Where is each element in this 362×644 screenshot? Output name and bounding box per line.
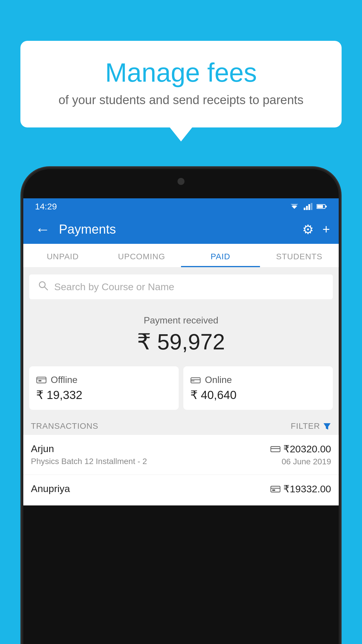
filter-button[interactable]: FILTER (291, 421, 331, 431)
transaction-left: Arjun Physics Batch 12 Installment - 2 (31, 443, 147, 466)
svg-rect-5 (311, 203, 312, 210)
tab-unpaid[interactable]: UNPAID (23, 244, 102, 267)
amount-value: ₹19332.00 (283, 483, 331, 495)
search-icon (38, 280, 48, 293)
transaction-right: ₹19332.00 (270, 483, 331, 497)
payment-cards: Offline ₹ 19,332 Online ₹ 40,640 (23, 360, 339, 416)
payment-summary: Payment received ₹ 59,972 (23, 306, 339, 360)
transactions-header: TRANSACTIONS FILTER (23, 416, 339, 435)
status-bar: 14:29 (23, 198, 339, 215)
add-button[interactable]: + (322, 222, 330, 237)
offline-card-header: Offline (36, 374, 172, 385)
app-bar: ← Payments ⚙ + (23, 215, 339, 244)
online-card: Online ₹ 40,640 (183, 366, 333, 410)
online-label: Online (205, 374, 232, 385)
signal-icon (304, 203, 312, 210)
offline-icon (36, 376, 47, 384)
phone-top (23, 169, 339, 198)
svg-rect-20 (271, 486, 280, 492)
offline-label: Offline (51, 374, 78, 385)
tab-students[interactable]: STUDENTS (260, 244, 339, 267)
svg-rect-7 (317, 205, 323, 208)
svg-rect-4 (308, 204, 310, 210)
svg-marker-17 (324, 423, 331, 430)
offline-payment-icon (270, 485, 280, 493)
svg-rect-14 (191, 378, 200, 383)
filter-icon (323, 422, 331, 430)
search-placeholder: Search by Course or Name (54, 281, 174, 293)
status-time: 14:29 (35, 202, 57, 211)
tabs-bar: UNPAID UPCOMING PAID STUDENTS (23, 244, 339, 267)
table-row[interactable]: Anupriya ₹19332.00 (23, 475, 339, 505)
transaction-desc: Physics Batch 12 Installment - 2 (31, 457, 147, 466)
bubble-subtitle: of your students and send receipts to pa… (44, 93, 318, 107)
speech-bubble-container: Manage fees of your students and send re… (20, 41, 342, 127)
transactions-list: Arjun Physics Batch 12 Installment - 2 ₹… (23, 435, 339, 505)
payment-amount: ₹ 59,972 (29, 329, 333, 355)
transaction-date: 06 June 2019 (270, 457, 331, 466)
online-amount: ₹ 40,640 (190, 388, 326, 402)
offline-amount: ₹ 19,332 (36, 388, 172, 402)
bubble-title: Manage fees (44, 58, 318, 87)
status-icons (289, 203, 327, 210)
tab-paid[interactable]: PAID (181, 244, 260, 267)
transaction-right: ₹20320.00 06 June 2019 (270, 443, 331, 466)
svg-rect-3 (306, 206, 308, 210)
payment-label: Payment received (29, 315, 333, 326)
search-bar[interactable]: Search by Course or Name (29, 274, 333, 299)
svg-line-10 (45, 287, 48, 290)
transaction-left: Anupriya (31, 483, 70, 497)
speech-bubble: Manage fees of your students and send re… (20, 41, 342, 127)
app-title: Payments (59, 222, 296, 237)
svg-rect-22 (272, 489, 275, 491)
wifi-icon (289, 203, 300, 210)
online-icon (190, 376, 201, 384)
back-button[interactable]: ← (32, 218, 53, 241)
amount-value: ₹20320.00 (283, 443, 331, 455)
phone-camera (178, 178, 184, 185)
settings-button[interactable]: ⚙ (302, 222, 314, 237)
svg-rect-2 (304, 208, 305, 210)
svg-marker-1 (291, 204, 298, 207)
offline-card: Offline ₹ 19,332 (29, 366, 179, 410)
svg-rect-13 (38, 380, 41, 382)
table-row[interactable]: Arjun Physics Batch 12 Installment - 2 ₹… (23, 435, 339, 475)
filter-label: FILTER (291, 421, 320, 431)
transaction-name: Anupriya (31, 483, 70, 494)
tab-upcoming[interactable]: UPCOMING (102, 244, 181, 267)
transactions-label: TRANSACTIONS (31, 421, 98, 431)
transaction-amount: ₹19332.00 (270, 483, 331, 495)
card-payment-icon (270, 445, 280, 453)
svg-rect-8 (326, 206, 327, 207)
transaction-name: Arjun (31, 443, 147, 454)
svg-rect-11 (37, 377, 46, 383)
battery-icon (317, 204, 327, 209)
svg-rect-18 (271, 447, 280, 452)
transaction-amount: ₹20320.00 (270, 443, 331, 455)
phone-content: Search by Course or Name Payment receive… (23, 267, 339, 505)
online-card-header: Online (190, 374, 326, 385)
app-bar-actions: ⚙ + (302, 222, 330, 237)
phone-frame: 14:29 ← Payments ⚙ + (23, 169, 339, 644)
